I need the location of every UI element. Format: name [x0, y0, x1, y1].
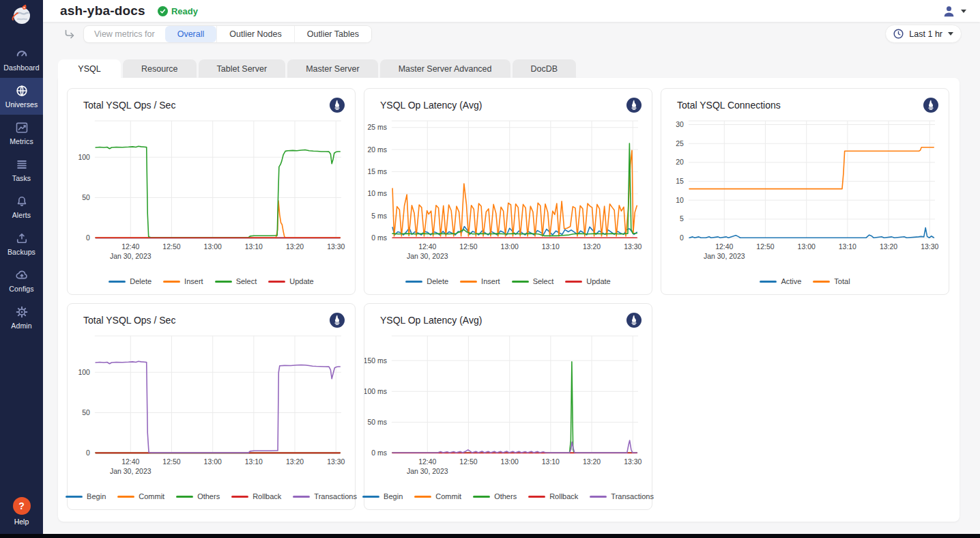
prometheus-icon[interactable] [626, 98, 642, 115]
svg-text:25: 25 [676, 140, 684, 147]
legend-swatch [293, 496, 310, 498]
view-metrics-tab-outlier-tables[interactable]: Outlier Tables [294, 26, 371, 42]
chart-plot: 05101520253012:4012:5013:0013:1013:2013:… [661, 115, 949, 277]
svg-text:13:20: 13:20 [583, 243, 601, 251]
svg-text:100: 100 [78, 154, 90, 161]
legend-item-rollback[interactable]: Rollback [528, 492, 578, 500]
sidebar-item-configs[interactable]: Configs [0, 262, 43, 299]
chart-card-total-ysql-connections: Total YSQL Connections 05101520253012:40… [661, 88, 949, 295]
chart-legend: BeginCommitOthersRollbackTransactions [68, 492, 355, 509]
tab-docdb[interactable]: DocDB [513, 59, 577, 78]
legend-label: Rollback [253, 492, 281, 500]
legend-item-transactions[interactable]: Transactions [590, 492, 654, 500]
legend-item-delete[interactable]: Delete [109, 277, 152, 285]
sidebar-item-backups[interactable]: Backups [0, 225, 43, 262]
sidebar-item-dashboard[interactable]: Dashboard [0, 41, 43, 78]
legend-label: Others [197, 492, 220, 500]
chart-plot: 05010012:4012:5013:0013:1013:2013:30Jan … [68, 330, 355, 492]
legend-item-begin[interactable]: Begin [362, 492, 403, 500]
prometheus-icon[interactable] [330, 313, 345, 330]
legend-label: Total [834, 277, 850, 285]
svg-text:12:40: 12:40 [121, 243, 139, 251]
user-menu[interactable] [942, 4, 966, 18]
status-label: Ready [171, 6, 198, 16]
legend-item-update[interactable]: Update [565, 277, 610, 285]
legend-swatch [268, 281, 285, 283]
tab-ysql[interactable]: YSQL [58, 59, 121, 78]
legend-item-others[interactable]: Others [473, 492, 517, 500]
list-icon [15, 158, 29, 171]
help-icon: ? [13, 497, 31, 515]
svg-text:13:00: 13:00 [204, 458, 222, 466]
svg-text:20: 20 [676, 158, 684, 166]
chart-title: YSQL Op Latency (Avg) [380, 313, 482, 326]
sidebar-item-help[interactable]: ? Help [13, 497, 31, 526]
legend-item-rollback[interactable]: Rollback [231, 492, 281, 500]
tab-master-server-advanced[interactable]: Master Server Advanced [380, 59, 510, 78]
svg-text:12:40: 12:40 [715, 243, 733, 251]
yugabyte-logo[interactable] [0, 0, 43, 30]
chart-legend: BeginCommitOthersRollbackTransactions [364, 492, 652, 509]
svg-text:10 ms: 10 ms [367, 190, 387, 197]
svg-text:13:30: 13:30 [327, 458, 345, 466]
chart-title: Total YSQL Ops / Sec [83, 313, 175, 326]
sidebar-item-universes[interactable]: Universes [0, 78, 43, 115]
svg-text:15 ms: 15 ms [367, 168, 387, 175]
sidebar-item-label: Backups [8, 248, 35, 256]
time-range-label: Last 1 hr [909, 29, 942, 39]
tab-resource[interactable]: Resource [123, 59, 197, 78]
legend-item-insert[interactable]: Insert [460, 277, 500, 285]
legend-item-delete[interactable]: Delete [405, 277, 448, 285]
chart-card-ysql-op-latency: YSQL Op Latency (Avg) 0 ms5 ms10 ms15 ms… [364, 88, 652, 295]
legend-item-select[interactable]: Select [512, 277, 554, 285]
legend-label: Insert [184, 277, 203, 285]
cloud-upload-icon [15, 268, 29, 282]
svg-text:13:20: 13:20 [286, 458, 304, 466]
view-metrics-tab-overall[interactable]: Overall [165, 26, 217, 42]
svg-text:13:00: 13:00 [204, 243, 222, 251]
view-metrics-tab-outlier-nodes[interactable]: Outlier Nodes [216, 26, 293, 42]
sidebar-item-metrics[interactable]: Metrics [0, 115, 43, 152]
legend-label: Select [236, 277, 257, 285]
legend-swatch [590, 496, 607, 498]
svg-text:150 ms: 150 ms [364, 357, 387, 365]
sidebar-item-alerts[interactable]: Alerts [0, 188, 43, 225]
tab-tablet-server[interactable]: Tablet Server [199, 59, 286, 78]
legend-swatch [362, 496, 379, 498]
legend-item-commit[interactable]: Commit [117, 492, 164, 500]
chart-card-total-ysql-ops: Total YSQL Ops / Sec 05010012:4012:5013:… [67, 88, 356, 295]
legend-item-active[interactable]: Active [760, 277, 801, 285]
svg-text:13:20: 13:20 [583, 458, 601, 466]
svg-text:0 ms: 0 ms [371, 449, 387, 457]
svg-text:13:00: 13:00 [501, 458, 519, 466]
legend-item-commit[interactable]: Commit [414, 492, 461, 500]
legend-swatch [231, 496, 248, 498]
legend-item-others[interactable]: Others [176, 492, 220, 500]
sidebar-item-tasks[interactable]: Tasks [0, 152, 43, 188]
legend-item-begin[interactable]: Begin [66, 492, 106, 500]
sidebar-item-admin[interactable]: Admin [0, 299, 43, 336]
svg-text:50: 50 [82, 409, 90, 416]
legend-item-insert[interactable]: Insert [163, 277, 203, 285]
view-metrics-switcher: View metrics for Overall Outlier Nodes O… [83, 25, 372, 43]
svg-text:15: 15 [676, 178, 684, 185]
prometheus-icon[interactable] [330, 98, 345, 115]
svg-text:10: 10 [676, 197, 684, 204]
prometheus-icon[interactable] [923, 98, 938, 115]
legend-swatch [176, 496, 193, 498]
legend-item-transactions[interactable]: Transactions [293, 492, 357, 500]
legend-item-total[interactable]: Total [813, 277, 850, 285]
prometheus-icon[interactable] [626, 313, 642, 330]
legend-swatch [215, 281, 232, 283]
time-range-selector[interactable]: Last 1 hr [885, 25, 962, 43]
chevron-down-icon [961, 10, 966, 13]
legend-label: Select [533, 277, 554, 285]
legend-item-update[interactable]: Update [268, 277, 313, 285]
legend-item-select[interactable]: Select [215, 277, 257, 285]
tab-master-server[interactable]: Master Server [287, 59, 378, 78]
svg-text:12:40: 12:40 [121, 458, 139, 466]
yugabyte-logo-icon [10, 3, 34, 27]
chart-legend: DeleteInsertSelectUpdate [364, 277, 652, 294]
main-area: ash-yba-docs Ready [43, 0, 980, 534]
svg-text:13:30: 13:30 [327, 243, 345, 251]
